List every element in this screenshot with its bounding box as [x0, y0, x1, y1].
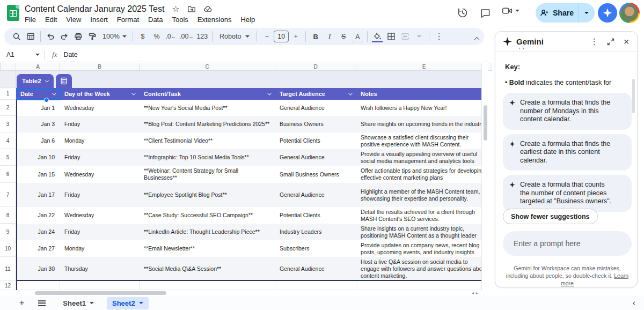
menu-edit[interactable]: Edit	[45, 16, 57, 24]
cell-A4[interactable]: Jan 6	[16, 132, 60, 149]
cell-E6[interactable]: Offer actionable tips and strategies for…	[356, 166, 481, 183]
bold-button[interactable]: B	[309, 29, 323, 43]
header-dropdown-icon[interactable]	[348, 91, 353, 95]
cell-C8[interactable]: **Case Study: Successful SEO Campaign**	[140, 207, 275, 224]
column-letter-A[interactable]: A	[16, 63, 60, 71]
cell-A7[interactable]: Jan 17	[16, 183, 60, 207]
redo-icon[interactable]	[57, 29, 71, 43]
row-number-10[interactable]: 10	[0, 240, 16, 257]
cell-C3[interactable]: **Blog Post: Content Marketing Predictio…	[140, 116, 275, 132]
zoom-select[interactable]: 100%	[99, 29, 130, 43]
scroll-stepper-icons[interactable]: ◂▸	[472, 291, 480, 296]
row-number-7[interactable]: 7	[0, 183, 16, 207]
cell-A12[interactable]	[16, 281, 60, 290]
cell-E5[interactable]: Provide a visually appealing overview of…	[356, 149, 481, 166]
menu-data[interactable]: Data	[148, 16, 163, 24]
cell-B6[interactable]: Wednesday	[60, 166, 140, 183]
panel-scroll-thumb[interactable]	[632, 79, 635, 113]
horizontal-scrollbar[interactable]: ◂▸	[16, 291, 481, 296]
font-select[interactable]: Roboto	[215, 29, 254, 43]
paint-format-icon[interactable]	[85, 29, 99, 43]
column-letter-B[interactable]: B	[60, 63, 140, 71]
side-panel-collapse-icon[interactable]: ‹	[633, 298, 635, 308]
hide-menus-icon[interactable]	[475, 33, 479, 43]
header-cell-notes[interactable]: Notes	[356, 88, 481, 100]
merge-cells-button[interactable]	[398, 29, 412, 43]
share-button[interactable]: Share	[536, 3, 595, 23]
cell-A2[interactable]: Jan 1	[16, 100, 60, 116]
header-cell-day-of-the-week[interactable]: Day of the Week	[60, 88, 140, 100]
cell-E10[interactable]: Provide updates on company news, recent …	[356, 240, 481, 257]
row-number-3[interactable]: 3	[0, 116, 16, 132]
row-number-1[interactable]: 1	[0, 88, 16, 100]
panel-expand-icon[interactable]	[607, 38, 614, 46]
vertical-scrollbar[interactable]	[481, 63, 488, 291]
search-icon[interactable]	[10, 29, 24, 43]
cell-B12[interactable]	[60, 281, 140, 290]
cell-E9[interactable]: Share insights on a current industry top…	[356, 224, 481, 240]
cell-C2[interactable]: **New Year's Social Media Post**	[140, 100, 275, 116]
decrease-font-size-button[interactable]: −	[260, 29, 274, 43]
menu-help[interactable]: Help	[240, 16, 255, 24]
cloud-saved-icon[interactable]	[203, 5, 213, 13]
cell-D6[interactable]: Small Business Owners	[275, 166, 356, 183]
text-color-button[interactable]: A	[350, 29, 364, 43]
cell-D5[interactable]: General Audience	[275, 149, 356, 166]
more-toolbar-options-icon[interactable]: ⋮	[432, 29, 446, 43]
cell-E2[interactable]: Wish followers a Happy New Year!	[356, 100, 481, 116]
increase-font-size-button[interactable]: +	[289, 29, 303, 43]
cell-E12[interactable]	[356, 281, 481, 290]
menu-tools[interactable]: Tools	[172, 16, 188, 24]
row-number-9[interactable]: 9	[0, 224, 16, 240]
cell-A11[interactable]: Jan 30	[16, 257, 60, 281]
cell-E8[interactable]: Detail the results achieved for a client…	[356, 207, 481, 224]
table-chip[interactable]: Table2	[17, 74, 54, 88]
cell-C6[interactable]: **Webinar: Content Strategy for Small Bu…	[140, 166, 275, 183]
video-call-dropdown-icon[interactable]	[515, 10, 519, 12]
cell-E3[interactable]: Share insights on upcoming trends in the…	[356, 116, 481, 132]
cell-D12[interactable]	[275, 281, 356, 290]
italic-button[interactable]: I	[323, 29, 336, 43]
suggestion-card-1[interactable]: Create a formula that finds the number o…	[503, 93, 632, 130]
cell-D7[interactable]: General Audience	[275, 183, 356, 207]
decrease-decimal-button[interactable]: .0←	[164, 29, 178, 43]
cell-D3[interactable]: Business Owners	[275, 116, 356, 132]
move-folder-icon[interactable]	[187, 5, 196, 13]
row-number-6[interactable]: 6	[0, 166, 16, 183]
cell-C5[interactable]: **Infographic: Top 10 Social Media Tools…	[140, 149, 275, 166]
menu-insert[interactable]: Insert	[90, 16, 108, 24]
menu-format[interactable]: Format	[117, 16, 139, 24]
empty-row-12[interactable]	[16, 281, 481, 290]
share-dropdown-icon[interactable]	[579, 12, 595, 14]
cell-A10[interactable]: Jan 27	[16, 240, 60, 257]
row-number-12[interactable]: 12	[0, 281, 16, 290]
prompt-input[interactable]: Enter a prompt here	[503, 231, 632, 256]
format-percent-button[interactable]: %	[150, 29, 164, 43]
vertical-scroll-thumb[interactable]	[484, 105, 487, 141]
column-letter-D[interactable]: D	[275, 63, 356, 71]
cell-B3[interactable]: Friday	[60, 116, 140, 132]
format-currency-button[interactable]: $	[136, 29, 150, 43]
table-view-icon[interactable]	[24, 29, 38, 43]
increase-decimal-button[interactable]: .00→	[178, 29, 195, 43]
sheet-tab-sheet1[interactable]: Sheet1	[57, 297, 99, 309]
header-dropdown-icon[interactable]	[267, 91, 272, 95]
cell-C10[interactable]: **Email Newsletter**	[140, 240, 275, 257]
horizontal-scroll-thumb[interactable]	[35, 291, 166, 295]
table-tools-icon[interactable]	[56, 74, 72, 88]
cell-C7[interactable]: **Employee Spotlight Blog Post**	[140, 183, 275, 207]
row-number-2[interactable]: 2	[0, 100, 16, 116]
cell-B9[interactable]: Friday	[60, 224, 140, 240]
comments-icon[interactable]	[478, 6, 492, 20]
cell-B10[interactable]: Monday	[60, 240, 140, 257]
cell-D8[interactable]: Potential Clients	[275, 207, 356, 224]
version-history-icon[interactable]	[456, 6, 470, 20]
cell-D2[interactable]: General Audience	[275, 100, 356, 116]
cell-C11[interactable]: **Social Media Q\&A Session**	[140, 257, 275, 281]
print-icon[interactable]	[71, 29, 85, 43]
suggestion-card-2[interactable]: Create a formula that finds the earliest…	[503, 134, 632, 171]
menu-file[interactable]: File	[25, 16, 36, 24]
all-sheets-icon[interactable]	[38, 299, 46, 307]
add-sheet-icon[interactable]: +	[19, 298, 24, 308]
header-cell-target-audience[interactable]: Target Audience	[275, 88, 356, 100]
